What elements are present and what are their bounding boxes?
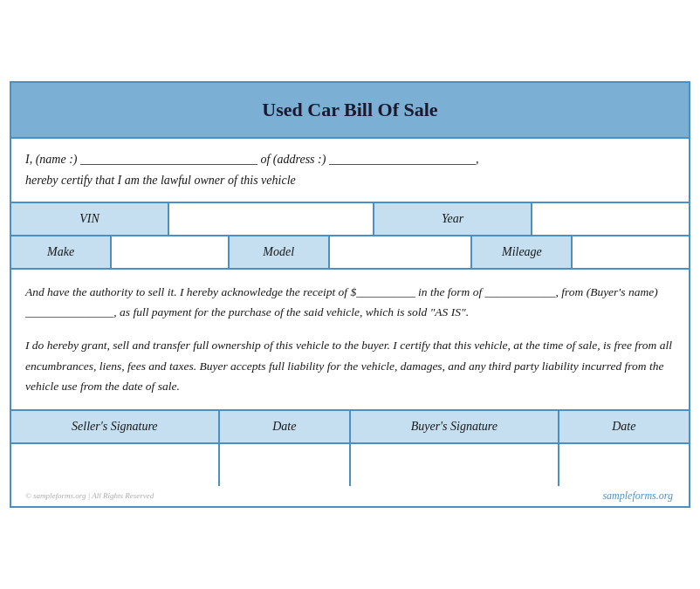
buyer-date-label: Date: [559, 411, 689, 442]
intro-section: I, (name :) ____________________________…: [11, 139, 689, 203]
mileage-value: [573, 236, 689, 268]
intro-line1: I, (name :) ____________________________…: [25, 149, 675, 170]
buyer-signature-field[interactable]: [351, 444, 559, 486]
seller-date-field[interactable]: [220, 444, 351, 486]
watermark-text: © sampleforms.org | All Rights Reserved: [18, 490, 161, 502]
buyer-signature-label: Buyer's Signature: [351, 411, 559, 442]
seller-signature-label: Seller's Signature: [11, 411, 220, 442]
site-label: sampleforms.org: [602, 488, 682, 504]
buyer-date-field[interactable]: [559, 444, 689, 486]
body-paragraph2: I do hereby grant, sell and transfer ful…: [25, 335, 675, 397]
make-label: Make: [11, 236, 112, 268]
make-value: [112, 236, 230, 268]
intro-line2: hereby certify that I am the lawful owne…: [25, 170, 675, 191]
signature-value-row: [11, 444, 689, 486]
form-container: Used Car Bill Of Sale I, (name :) ______…: [10, 81, 690, 508]
seller-signature-field[interactable]: [11, 444, 220, 486]
model-value: [330, 236, 473, 268]
model-label: Model: [230, 236, 330, 268]
mileage-label: Mileage: [472, 236, 573, 268]
vin-label: VIN: [11, 203, 169, 235]
form-title: Used Car Bill Of Sale: [11, 83, 689, 139]
vin-value: [169, 203, 374, 235]
make-model-mileage-row: Make Model Mileage: [11, 236, 689, 270]
body-paragraph1: And have the authority to sell it. I her…: [25, 282, 675, 323]
vin-year-row: VIN Year: [11, 203, 689, 236]
year-value: [532, 203, 689, 235]
year-label: Year: [374, 203, 532, 235]
signature-header-row: Seller's Signature Date Buyer's Signatur…: [11, 411, 689, 444]
body-section: And have the authority to sell it. I her…: [11, 270, 689, 411]
seller-date-label: Date: [220, 411, 351, 442]
footer: © sampleforms.org | All Rights Reserved …: [11, 486, 689, 506]
